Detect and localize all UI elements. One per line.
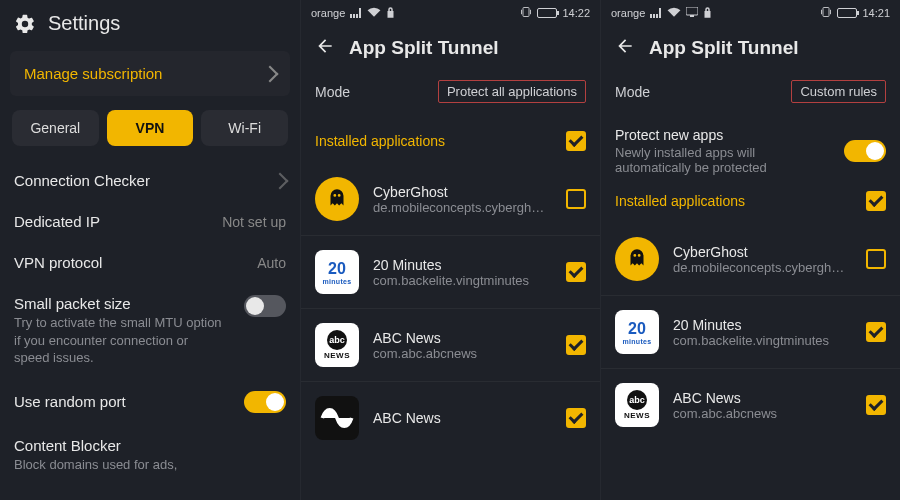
lock-icon	[703, 7, 712, 20]
abc-news-icon: abcNEWS	[315, 323, 359, 367]
lock-icon	[386, 7, 395, 20]
app-checkbox[interactable]	[566, 335, 586, 355]
twenty-minutes-icon: 20minutes	[615, 310, 659, 354]
mode-row[interactable]: Mode Custom rules	[601, 78, 900, 119]
mode-value[interactable]: Protect all applications	[438, 80, 586, 103]
app-row-cyberghost[interactable]: CyberGhost de.mobileconcepts.cybergh…	[301, 163, 600, 236]
mode-label: Mode	[315, 84, 350, 100]
dedicated-ip-label: Dedicated IP	[14, 213, 100, 230]
app-checkbox[interactable]	[866, 322, 886, 342]
settings-tabs: General VPN Wi-Fi	[0, 110, 300, 160]
wifi-icon	[667, 7, 681, 19]
app-checkbox[interactable]	[566, 189, 586, 209]
abc-news-icon: abcNEWS	[615, 383, 659, 427]
protect-new-desc: Newly installed apps will automatically …	[615, 145, 825, 175]
cyberghost-icon	[615, 237, 659, 281]
small-packet-toggle[interactable]	[244, 295, 286, 317]
small-packet-desc: Try to activate the small MTU option if …	[14, 314, 224, 367]
tunnel-panel-protect-all: orange 14:22 App Split Tunnel Mode Prote…	[300, 0, 600, 500]
protect-new-title: Protect new apps	[615, 127, 825, 143]
vibrate-icon	[520, 6, 532, 20]
random-port-label: Use random port	[14, 393, 126, 410]
app-checkbox[interactable]	[866, 249, 886, 269]
app-header: App Split Tunnel	[601, 22, 900, 78]
app-name: ABC News	[673, 390, 852, 406]
installed-apps-header[interactable]: Installed applications	[301, 119, 600, 163]
svg-rect-0	[523, 8, 529, 17]
app-name: 20 Minutes	[673, 317, 852, 333]
clock: 14:21	[862, 7, 890, 19]
manage-subscription-row[interactable]: Manage subscription	[10, 51, 290, 96]
app-package: com.abc.abcnews	[673, 406, 852, 421]
mode-value[interactable]: Custom rules	[791, 80, 886, 103]
app-name: ABC News	[373, 410, 552, 426]
battery-icon	[537, 8, 557, 18]
dedicated-ip-value: Not set up	[222, 214, 286, 230]
carrier-label: orange	[611, 7, 645, 19]
app-name: CyberGhost	[373, 184, 552, 200]
svg-rect-3	[823, 8, 829, 17]
abc-au-icon	[315, 396, 359, 440]
connection-checker-label: Connection Checker	[14, 172, 150, 189]
app-name: ABC News	[373, 330, 552, 346]
app-checkbox[interactable]	[566, 262, 586, 282]
app-package: com.abc.abcnews	[373, 346, 552, 361]
connection-checker-row[interactable]: Connection Checker	[0, 160, 300, 201]
svg-rect-2	[690, 15, 694, 17]
protect-new-apps-row[interactable]: Protect new apps Newly installed apps wi…	[601, 119, 900, 179]
app-row-abcnews-au[interactable]: ABC News	[301, 382, 600, 454]
app-row-cyberghost[interactable]: CyberGhost de.mobileconcepts.cybergh…	[601, 223, 900, 296]
installed-apps-label: Installed applications	[615, 193, 745, 209]
select-all-checkbox[interactable]	[866, 191, 886, 211]
app-package: com.backelite.vingtminutes	[673, 333, 852, 348]
app-package: com.backelite.vingtminutes	[373, 273, 552, 288]
app-name: 20 Minutes	[373, 257, 552, 273]
gear-icon	[14, 13, 36, 35]
settings-title: Settings	[48, 12, 120, 35]
chevron-right-icon	[262, 65, 279, 82]
content-blocker-desc: Block domains used for ads,	[14, 456, 177, 474]
app-name: CyberGhost	[673, 244, 852, 260]
mode-label: Mode	[615, 84, 650, 100]
back-button[interactable]	[315, 36, 335, 60]
select-all-checkbox[interactable]	[566, 131, 586, 151]
random-port-toggle[interactable]	[244, 391, 286, 413]
protect-new-toggle[interactable]	[844, 140, 886, 162]
app-row-abcnews[interactable]: abcNEWS ABC News com.abc.abcnews	[301, 309, 600, 382]
app-row-20minutes[interactable]: 20minutes 20 Minutes com.backelite.vingt…	[301, 236, 600, 309]
content-blocker-row[interactable]: Content Blocker Block domains used for a…	[0, 425, 300, 486]
app-checkbox[interactable]	[566, 408, 586, 428]
vpn-protocol-label: VPN protocol	[14, 254, 102, 271]
status-bar: orange 14:21	[601, 0, 900, 22]
status-bar: orange 14:22	[301, 0, 600, 22]
app-row-20minutes[interactable]: 20minutes 20 Minutes com.backelite.vingt…	[601, 296, 900, 369]
page-title: App Split Tunnel	[349, 37, 499, 59]
wifi-icon	[367, 7, 381, 19]
tab-general[interactable]: General	[12, 110, 99, 146]
tab-vpn[interactable]: VPN	[107, 110, 194, 146]
dedicated-ip-row[interactable]: Dedicated IP Not set up	[0, 201, 300, 242]
small-packet-label: Small packet size	[14, 295, 224, 312]
settings-header: Settings	[0, 0, 300, 47]
content-blocker-label: Content Blocker	[14, 437, 177, 454]
tab-wifi[interactable]: Wi-Fi	[201, 110, 288, 146]
app-package: de.mobileconcepts.cybergh…	[673, 260, 852, 275]
clock: 14:22	[562, 7, 590, 19]
signal-icon	[650, 8, 662, 18]
back-button[interactable]	[615, 36, 635, 60]
settings-panel: Settings Manage subscription General VPN…	[0, 0, 300, 500]
vpn-protocol-row[interactable]: VPN protocol Auto	[0, 242, 300, 283]
svg-rect-1	[686, 7, 698, 15]
random-port-row[interactable]: Use random port	[0, 379, 300, 425]
app-row-abcnews[interactable]: abcNEWS ABC News com.abc.abcnews	[601, 369, 900, 441]
installed-apps-header[interactable]: Installed applications	[601, 179, 900, 223]
app-checkbox[interactable]	[866, 395, 886, 415]
mode-row[interactable]: Mode Protect all applications	[301, 78, 600, 119]
vpn-protocol-value: Auto	[257, 255, 286, 271]
manage-subscription-label: Manage subscription	[24, 65, 162, 82]
signal-icon	[350, 8, 362, 18]
tunnel-panel-custom: orange 14:21 App Split Tunnel Mode Custo…	[600, 0, 900, 500]
vibrate-icon	[820, 6, 832, 20]
small-packet-row[interactable]: Small packet size Try to activate the sm…	[0, 283, 300, 379]
twenty-minutes-icon: 20minutes	[315, 250, 359, 294]
